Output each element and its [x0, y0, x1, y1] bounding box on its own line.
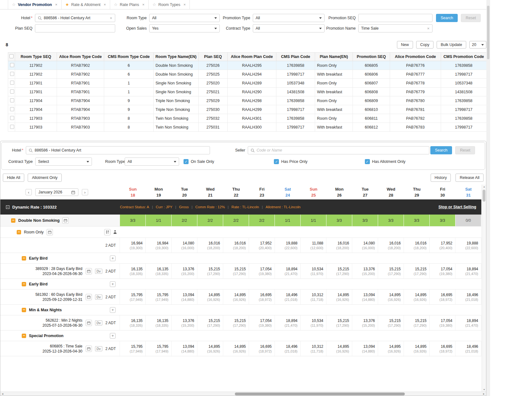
hotel-input[interactable]: 886586 - Hotel Century Art ✕	[35, 14, 115, 22]
price-cell[interactable]: 16,135(18,335)	[146, 315, 172, 330]
scrollbar-thumb[interactable]	[483, 190, 485, 202]
reset-button[interactable]: Reset	[455, 146, 475, 154]
price-cell[interactable]: 14,895(16,926)	[326, 341, 352, 356]
row-checkbox[interactable]	[10, 89, 14, 94]
price-cell[interactable]: 18,496(21,018)	[456, 341, 481, 356]
promotion-seq-input[interactable]	[358, 14, 433, 22]
price-cell[interactable]: 15,215(17,290)	[197, 264, 223, 278]
row-checkbox[interactable]	[10, 98, 14, 102]
plan-collapse-icon[interactable]: −	[17, 230, 21, 234]
search-button[interactable]: Search	[436, 14, 458, 22]
allotment-cell[interactable]: 1/1	[146, 215, 172, 226]
price-cell[interactable]: 17,054(19,380)	[249, 315, 275, 330]
add-button[interactable]: +	[110, 255, 116, 261]
table-row[interactable]: 117901RTAB79011Single Non Smoking275020R…	[8, 79, 487, 88]
has-allotment-only-checkbox[interactable]: ✓ Has Allotment Only	[365, 159, 405, 164]
copy-button[interactable]: Copy	[416, 41, 433, 49]
price-cell[interactable]: 16,695(18,972)	[249, 341, 275, 356]
dv-button[interactable]: Dv	[95, 269, 102, 274]
tab-rate-allotment[interactable]: ★Rate & Allotment✕	[62, 0, 110, 9]
row-checkbox[interactable]	[10, 107, 14, 111]
price-cell[interactable]: 15,215(17,290)	[326, 315, 352, 330]
price-cell[interactable]: 10,312(11,718)	[301, 290, 326, 304]
price-cell[interactable]: 13,094(14,880)	[352, 290, 378, 304]
price-cell[interactable]: 17,054(19,380)	[249, 264, 275, 278]
scroll-up-arrow[interactable]: ▲	[482, 186, 486, 188]
price-cell[interactable]: 14,895(16,926)	[197, 290, 223, 304]
price-cell[interactable]: 10,534(11,970)	[301, 264, 326, 278]
price-cell[interactable]: 13,376(15,200)	[352, 264, 378, 278]
room-collapse-icon[interactable]: −	[11, 218, 15, 223]
page-vertical-scrollbar[interactable]	[486, 0, 490, 396]
table-row[interactable]: 117903RTAB79038Twin Non Smoking275031RAA…	[8, 123, 487, 132]
close-icon[interactable]: ✕	[55, 3, 58, 6]
has-price-only-checkbox[interactable]: ✓ Has Price Only	[274, 159, 307, 164]
row-checkbox[interactable]	[10, 63, 14, 67]
allotment-cell[interactable]: 3/3	[404, 215, 430, 226]
group-collapse-icon[interactable]: −	[22, 282, 26, 286]
scrollbar-thumb[interactable]	[235, 393, 405, 395]
hotel-input[interactable]: 886586 - Hotel Century Art	[26, 146, 210, 154]
scroll-right-arrow[interactable]: ►	[483, 393, 485, 396]
table-row[interactable]: 117901RTAB79011Single Non Smoking275021R…	[8, 88, 487, 96]
allotment-only-button[interactable]: Allotment Only	[28, 174, 61, 182]
price-cell[interactable]: 19,888(22,600)	[275, 238, 301, 253]
row-checkbox[interactable]	[10, 81, 14, 85]
select-all-checkbox[interactable]	[9, 54, 14, 58]
row-checkbox[interactable]	[10, 125, 14, 129]
promotion-type-select[interactable]: All	[253, 14, 325, 22]
plan-calendar-button[interactable]	[86, 268, 92, 274]
group-collapse-icon[interactable]: −	[22, 308, 26, 312]
table-row[interactable]: 117904RTAB79049Triple Non Smoking275029R…	[8, 96, 487, 105]
price-cell[interactable]: 14,895(16,926)	[404, 290, 430, 304]
allotment-cell[interactable]: 3/3	[352, 215, 378, 226]
price-cell[interactable]: 15,215(17,290)	[326, 264, 352, 278]
price-cell[interactable]: 15,215(17,290)	[223, 315, 249, 330]
room-calendar-button[interactable]	[62, 217, 69, 224]
collapse-icon[interactable]	[6, 205, 9, 209]
price-cell[interactable]: 15,795(17,949)	[146, 290, 172, 304]
tab-rate-plans[interactable]: ☆Rate Plans✕	[110, 0, 149, 9]
add-button[interactable]: +	[110, 307, 116, 313]
price-cell[interactable]: 15,795(17,949)	[120, 341, 146, 356]
price-cell[interactable]: 19,888(22,600)	[456, 238, 481, 253]
price-cell[interactable]: 13,376(15,200)	[352, 315, 378, 330]
tab-room-types[interactable]: ☆Room Types✕	[149, 0, 190, 9]
price-cell[interactable]: 13,376(15,200)	[172, 315, 197, 330]
price-cell[interactable]: 10,534(11,970)	[301, 315, 326, 330]
price-cell[interactable]: 15,215(17,290)	[223, 264, 249, 278]
clear-icon[interactable]: ✕	[110, 16, 112, 20]
price-cell[interactable]: 18,894(21,470)	[275, 264, 301, 278]
price-cell[interactable]: 17,054(19,380)	[430, 315, 456, 330]
hide-all-button[interactable]: Hide All	[3, 174, 24, 182]
row-checkbox[interactable]	[10, 116, 14, 120]
plan-seq-input[interactable]	[35, 24, 115, 32]
price-cell[interactable]: 16,135(18,335)	[146, 264, 172, 278]
on-sale-only-checkbox[interactable]: ✓ On Sale Only	[184, 159, 214, 164]
price-cell[interactable]: 16,695(18,972)	[249, 290, 275, 304]
price-cell[interactable]: 16,984(19,300)	[120, 238, 146, 253]
close-icon[interactable]: ✕	[104, 3, 106, 6]
allotment-cell[interactable]: 3/3	[326, 215, 352, 226]
price-cell[interactable]: 16,016(18,200)	[378, 238, 404, 253]
price-cell[interactable]: 14,895(16,926)	[404, 341, 430, 356]
plan-calendar-button[interactable]	[86, 294, 92, 300]
price-cell[interactable]: 14,895(16,926)	[378, 290, 404, 304]
allotment-cell[interactable]: 2/2	[249, 215, 275, 226]
price-cell[interactable]: 15,215(17,290)	[378, 264, 404, 278]
price-cell[interactable]: 17,952(20,400)	[430, 238, 456, 253]
row-checkbox[interactable]	[10, 72, 14, 76]
price-cell[interactable]: 17,054(19,380)	[430, 264, 456, 278]
prev-month-button[interactable]: ‹	[25, 189, 32, 195]
price-cell[interactable]: 14,895(16,926)	[223, 290, 249, 304]
release-all-button[interactable]: Release All	[456, 174, 484, 182]
search-button[interactable]: Search	[430, 146, 452, 154]
price-cell[interactable]: 18,496(21,018)	[456, 290, 481, 304]
price-cell[interactable]: 14,080(16,000)	[172, 238, 197, 253]
allotment-cell[interactable]: 1/1	[301, 215, 326, 226]
bulk-update-button[interactable]: Bulk Update	[437, 41, 466, 49]
table-row[interactable]: 117903RTAB79038Twin Non Smoking275032RAA…	[8, 114, 487, 123]
price-cell[interactable]: 14,895(16,926)	[378, 341, 404, 356]
scrollbar-thumb[interactable]	[487, 6, 490, 59]
next-month-button[interactable]: ›	[82, 189, 88, 195]
